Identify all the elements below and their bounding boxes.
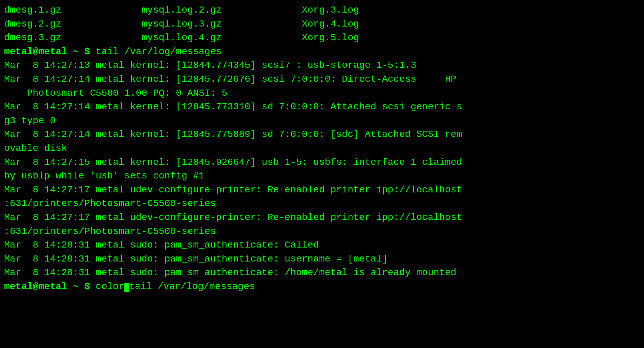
prompt-command: tail /var/log/messages xyxy=(96,46,222,57)
terminal-line-line10: Mar 8 14:27:14 metal kernel: [12845.7758… xyxy=(4,128,640,142)
cmd-before-cursor: color xyxy=(96,281,124,292)
terminal-line-line13: by usblp while 'usb' sets config #1 xyxy=(4,169,640,183)
terminal-line-line19: Mar 8 14:28:31 metal sudo: pam_sm_authen… xyxy=(4,252,640,266)
prompt-user: metal@metal ~ $ xyxy=(4,281,96,292)
terminal-line-line16: Mar 8 14:27:17 metal udev-configure-prin… xyxy=(4,211,640,225)
terminal-window: dmesg.1.gz mysql.log.2.gz Xorg.3.logdmes… xyxy=(0,0,644,348)
terminal-line-line7: Photosmart C5500 1.00 PQ: 0 ANSI: 5 xyxy=(4,86,640,100)
terminal-line-line4: metal@metal ~ $ tail /var/log/messages xyxy=(4,45,640,59)
terminal-line-line3: dmesg.3.gz mysql.log.4.gz Xorg.5.log xyxy=(4,31,640,45)
terminal-line-line5: Mar 8 14:27:13 metal kernel: [12844.7743… xyxy=(4,59,640,73)
terminal-line-line11: ovable disk xyxy=(4,142,640,156)
terminal-line-line18: Mar 8 14:28:31 metal sudo: pam_sm_authen… xyxy=(4,238,640,252)
terminal-line-line17: :631/printers/Photosmart-C5500-series xyxy=(4,225,640,239)
terminal-line-line8: Mar 8 14:27:14 metal kernel: [12845.7733… xyxy=(4,100,640,114)
terminal-line-line21: metal@metal ~ $ colortail /var/log/messa… xyxy=(4,280,640,294)
terminal-line-line9: g3 type 0 xyxy=(4,114,640,128)
prompt-user: metal@metal ~ $ xyxy=(4,46,96,57)
terminal-line-line15: :631/printers/Photosmart-C5500-series xyxy=(4,197,640,211)
terminal-line-line12: Mar 8 14:27:15 metal kernel: [12845.9266… xyxy=(4,156,640,170)
prompt-command: colortail /var/log/messages xyxy=(96,281,255,292)
terminal-line-line14: Mar 8 14:27:17 metal udev-configure-prin… xyxy=(4,183,640,197)
terminal-line-line2: dmesg.2.gz mysql.log.3.gz Xorg.4.log xyxy=(4,17,640,31)
terminal-line-line6: Mar 8 14:27:14 metal kernel: [12845.7726… xyxy=(4,73,640,86)
terminal-cursor xyxy=(124,283,129,292)
cmd-after-cursor: tail /var/log/messages xyxy=(129,281,255,292)
terminal-line-line20: Mar 8 14:28:31 metal sudo: pam_sm_authen… xyxy=(4,266,640,280)
terminal-line-line1: dmesg.1.gz mysql.log.2.gz Xorg.3.log xyxy=(4,3,640,17)
